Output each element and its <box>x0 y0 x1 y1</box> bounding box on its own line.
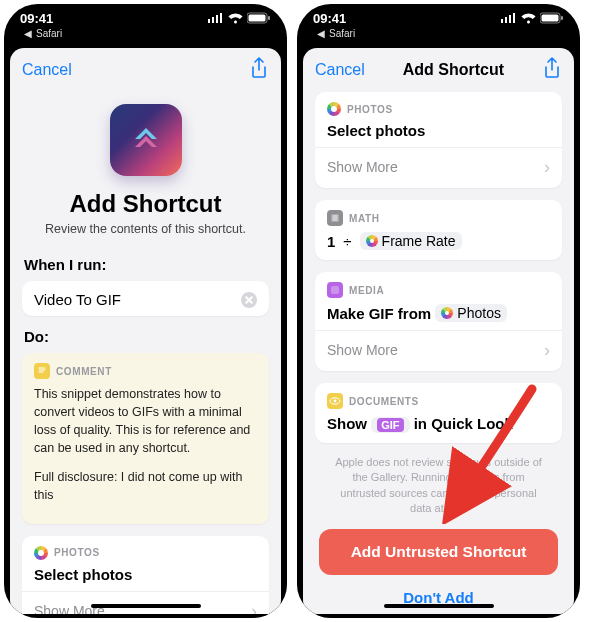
shortcut-name-value: Video To GIF <box>34 291 121 308</box>
battery-icon <box>540 12 564 24</box>
show-more-label: Show More <box>327 159 398 175</box>
page-subtitle: Review the contents of this shortcut. <box>22 222 269 236</box>
share-icon <box>249 57 269 79</box>
svg-rect-1 <box>249 15 266 22</box>
show-more-button[interactable]: Show More › <box>315 147 562 186</box>
svg-rect-2 <box>268 16 270 20</box>
share-button[interactable] <box>542 57 562 83</box>
action-comment: COMMENT This snippet demonstrates how to… <box>22 353 269 524</box>
breadcrumb[interactable]: ◀ Safari <box>297 26 580 39</box>
dont-add-button[interactable]: Don't Add <box>315 585 562 614</box>
shortcut-name-field[interactable]: Video To GIF <box>22 281 269 316</box>
gif-icon: GIF <box>377 418 403 432</box>
media-cap: MEDIA <box>349 285 384 296</box>
cancel-button[interactable]: Cancel <box>22 61 72 79</box>
section-when-label: When I run: <box>24 256 267 273</box>
photos-title: Select photos <box>327 122 550 139</box>
breadcrumb-label: Safari <box>329 28 355 39</box>
cancel-button[interactable]: Cancel <box>315 61 365 79</box>
comment-text-1: This snippet demonstrates how to convert… <box>34 385 257 458</box>
breadcrumb-label: Safari <box>36 28 62 39</box>
action-select-photos: PHOTOS Select photos Show More › <box>315 92 562 188</box>
clear-button[interactable] <box>241 292 257 308</box>
show-more-label: Show More <box>327 342 398 358</box>
svg-rect-5 <box>542 15 559 22</box>
section-do-label: Do: <box>24 328 267 345</box>
photos-icon <box>34 546 48 560</box>
page-title: Add Shortcut <box>22 190 269 218</box>
svg-rect-6 <box>561 16 563 20</box>
share-icon <box>542 57 562 79</box>
variable-label: Photos <box>457 305 501 321</box>
chevron-right-icon: › <box>251 602 257 614</box>
media-pre: Make GIF from <box>327 305 431 322</box>
photos-title: Select photos <box>34 566 257 583</box>
wifi-icon <box>228 13 243 24</box>
eye-icon <box>327 393 343 409</box>
photos-cap: PHOTOS <box>54 547 100 558</box>
chevron-right-icon: › <box>544 158 550 176</box>
math-cap: MATH <box>349 213 380 224</box>
phone-right: 09:41 ◀ Safari Cancel Add Shortcut <box>297 4 580 618</box>
calculator-icon <box>327 210 343 226</box>
docs-cap: DOCUMENTS <box>349 396 419 407</box>
sheet-right: Cancel Add Shortcut PHOTOS Select photos… <box>303 48 574 614</box>
wifi-icon <box>521 13 536 24</box>
math-operand[interactable]: 1 <box>327 233 335 250</box>
photos-icon <box>441 307 453 319</box>
variable-icon <box>366 235 378 247</box>
chevron-left-icon: ◀ <box>317 28 325 39</box>
comment-cap: COMMENT <box>56 366 112 377</box>
show-more-button[interactable]: Show More › <box>22 591 269 614</box>
action-math: MATH 1 ÷ Frame Rate <box>315 200 562 260</box>
breadcrumb[interactable]: ◀ Safari <box>4 26 287 39</box>
variable-chip[interactable]: Frame Rate <box>360 232 462 250</box>
battery-icon <box>247 12 271 24</box>
shortcuts-app-icon <box>110 104 182 176</box>
nav-title: Add Shortcut <box>403 61 504 79</box>
cellular-icon <box>501 13 517 23</box>
chevron-left-icon: ◀ <box>24 28 32 39</box>
annotation-arrow <box>427 384 547 524</box>
show-more-button[interactable]: Show More › <box>315 330 562 369</box>
photos-cap: PHOTOS <box>347 104 393 115</box>
home-indicator[interactable] <box>384 604 494 608</box>
variable-chip-gif[interactable]: GIF <box>371 417 409 433</box>
sheet-left: Cancel Add Shortcut Review the contents <box>10 48 281 614</box>
cellular-icon <box>208 13 224 23</box>
svg-point-10 <box>334 400 337 403</box>
svg-rect-8 <box>331 286 339 294</box>
status-time: 09:41 <box>20 11 53 26</box>
home-indicator[interactable] <box>91 604 201 608</box>
variable-chip-photos[interactable]: Photos <box>435 304 507 322</box>
media-icon <box>327 282 343 298</box>
action-make-gif: MEDIA Make GIF from Photos Show More › <box>315 272 562 371</box>
share-button[interactable] <box>249 57 269 83</box>
photos-icon <box>327 102 341 116</box>
comment-text-2: Full disclosure: I did not come up with … <box>34 468 257 504</box>
docs-pre: Show <box>327 415 367 432</box>
action-select-photos: PHOTOS Select photos Show More › <box>22 536 269 614</box>
add-untrusted-button[interactable]: Add Untrusted Shortcut <box>319 529 558 575</box>
status-bar: 09:41 <box>297 4 580 26</box>
status-bar: 09:41 <box>4 4 287 26</box>
status-time: 09:41 <box>313 11 346 26</box>
chevron-right-icon: › <box>544 341 550 359</box>
comment-icon <box>34 363 50 379</box>
math-operator[interactable]: ÷ <box>343 233 351 250</box>
variable-label: Frame Rate <box>382 233 456 249</box>
phone-left: 09:41 ◀ Safari Cancel <box>4 4 287 618</box>
